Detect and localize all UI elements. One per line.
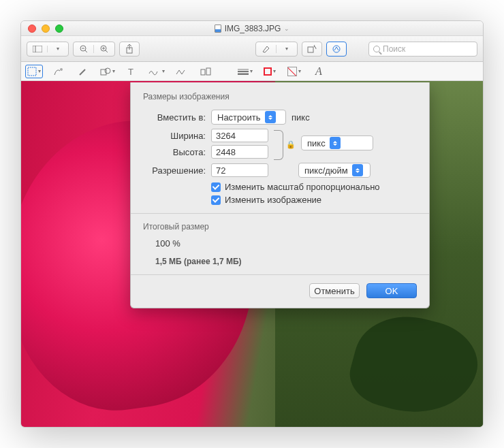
markup-button[interactable] bbox=[326, 42, 347, 57]
draw-tool[interactable] bbox=[74, 65, 92, 78]
result-filesize: 1,5 МБ (ранее 1,7 МБ) bbox=[155, 257, 417, 266]
cancel-button[interactable]: Отменить bbox=[309, 283, 360, 298]
file-icon bbox=[215, 25, 221, 33]
svg-text:T: T bbox=[128, 67, 133, 76]
search-field[interactable]: Поиск bbox=[368, 42, 477, 57]
instant-alpha-tool[interactable] bbox=[50, 65, 67, 78]
resize-dialog: Размеры изображения Вместить в: Настроит… bbox=[130, 82, 430, 308]
text-tool[interactable]: T bbox=[123, 65, 141, 78]
scale-proportional-checkbox[interactable]: Изменить масштаб пропорционально bbox=[211, 182, 417, 192]
line-weight-tool[interactable]: ▾ bbox=[236, 65, 254, 78]
filename-label: IMG_3883.JPG bbox=[225, 24, 281, 33]
ok-button[interactable]: OK bbox=[366, 283, 417, 298]
titlebar: IMG_3883.JPG ⌄ bbox=[21, 21, 483, 36]
window-title: IMG_3883.JPG ⌄ bbox=[21, 24, 483, 33]
width-input[interactable]: 3264 bbox=[211, 129, 268, 142]
checkbox-checked-icon bbox=[211, 182, 221, 192]
svg-point-14 bbox=[60, 68, 63, 71]
highlight-icon[interactable] bbox=[256, 45, 277, 53]
font-tool[interactable]: A bbox=[310, 65, 328, 78]
res-unit-select[interactable]: пикс/дюйм bbox=[298, 163, 371, 178]
adjust-size-tool[interactable] bbox=[197, 65, 215, 78]
search-placeholder: Поиск bbox=[383, 44, 405, 54]
svg-rect-0 bbox=[33, 46, 42, 52]
res-label: Разрешение: bbox=[143, 165, 206, 176]
lock-icon[interactable]: 🔒 bbox=[286, 140, 296, 149]
link-bracket bbox=[274, 130, 283, 160]
res-input[interactable]: 72 bbox=[211, 163, 268, 177]
zoom-out-icon[interactable] bbox=[74, 45, 94, 53]
markup-toolbar: ▾ ▾ T ▾ ▾ ▾ ▾ A bbox=[21, 62, 483, 81]
fit-label: Вместить в: bbox=[143, 112, 206, 123]
svg-line-4 bbox=[85, 50, 87, 52]
main-toolbar: ▾ ▾ Поиск bbox=[21, 36, 483, 62]
resample-checkbox[interactable]: Изменить изображение bbox=[211, 195, 417, 205]
sidebar-toggle[interactable]: ▾ bbox=[27, 42, 69, 57]
zoom-controls[interactable] bbox=[73, 42, 115, 57]
dialog-title: Размеры изображения bbox=[143, 92, 417, 101]
svg-point-16 bbox=[105, 68, 110, 74]
maximize-button[interactable] bbox=[55, 25, 63, 33]
svg-line-8 bbox=[106, 50, 108, 52]
search-icon bbox=[373, 46, 380, 52]
selection-tool[interactable]: ▾ bbox=[25, 65, 43, 78]
annotate-toggle[interactable]: ▾ bbox=[255, 42, 298, 57]
dim-unit-select[interactable]: пикс bbox=[301, 135, 373, 150]
width-label: Ширина: bbox=[143, 131, 206, 141]
height-label: Высота: bbox=[143, 147, 206, 157]
checkbox-checked-icon bbox=[211, 195, 221, 205]
adjust-color-tool[interactable] bbox=[172, 65, 190, 78]
shapes-tool[interactable]: ▾ bbox=[99, 65, 116, 78]
svg-rect-11 bbox=[308, 47, 313, 52]
rotate-button[interactable] bbox=[302, 42, 322, 57]
title-chevron-icon[interactable]: ⌄ bbox=[284, 25, 289, 32]
height-input[interactable]: 2448 bbox=[211, 145, 268, 159]
fill-color-tool[interactable]: ▾ bbox=[285, 65, 303, 78]
result-title: Итоговый размер bbox=[143, 222, 417, 231]
zoom-in-icon[interactable] bbox=[94, 45, 114, 53]
result-percent: 100 % bbox=[155, 238, 417, 249]
image-canvas[interactable]: ЯБЛЫК Размеры изображения Вместить в: На… bbox=[21, 81, 483, 427]
sign-tool[interactable]: ▾ bbox=[148, 65, 166, 78]
svg-rect-19 bbox=[206, 68, 210, 75]
fit-select[interactable]: Настроить bbox=[211, 110, 286, 125]
svg-rect-18 bbox=[201, 69, 205, 75]
share-button[interactable] bbox=[119, 42, 140, 57]
close-button[interactable] bbox=[28, 25, 36, 33]
traffic-lights bbox=[21, 25, 63, 33]
preview-window: IMG_3883.JPG ⌄ ▾ ▾ Поиск bbox=[20, 20, 484, 428]
minimize-button[interactable] bbox=[42, 25, 50, 33]
svg-rect-13 bbox=[28, 67, 36, 76]
fit-unit: пикс bbox=[292, 112, 310, 123]
border-color-tool[interactable]: ▾ bbox=[261, 65, 279, 78]
